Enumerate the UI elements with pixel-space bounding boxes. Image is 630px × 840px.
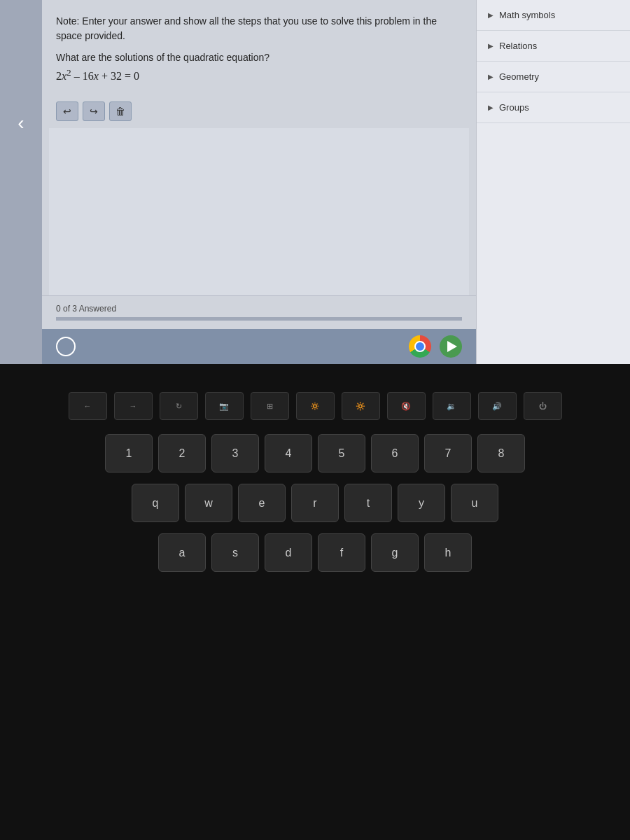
sidebar-item-relations[interactable]: ▶ Relations [477, 31, 630, 62]
function-key-row: ← → ↻ 📷 ⊞ 🔅 🔆 🔇 🔉 🔊 ⏻ [14, 385, 616, 427]
bottom-right-icons [409, 335, 462, 358]
question-text: What are the solutions of the quadratic … [56, 52, 462, 63]
key-u[interactable]: u [451, 484, 498, 522]
func-key-refresh[interactable]: ↻ [160, 392, 198, 420]
key-e[interactable]: e [238, 484, 286, 522]
key-w[interactable]: w [185, 484, 232, 522]
left-panel: ‹ [0, 0, 42, 364]
groups-arrow-icon: ▶ [488, 104, 493, 111]
back-arrow-icon[interactable]: ‹ [18, 112, 24, 134]
key-f[interactable]: f [318, 533, 365, 572]
key-g[interactable]: g [371, 533, 419, 572]
chrome-icon[interactable] [409, 335, 431, 358]
right-sidebar: ▶ Math symbols ▶ Relations ▶ Geometry ▶ … [476, 0, 630, 364]
sidebar-item-geometry[interactable]: ▶ Geometry [477, 62, 630, 92]
status-bar: 0 of 3 Answered [42, 295, 476, 329]
keyboard-rows: ← → ↻ 📷 ⊞ 🔅 🔆 🔇 🔉 🔊 ⏻ 1 2 3 4 5 6 7 8 q … [0, 364, 630, 604]
key-r[interactable]: r [291, 484, 339, 522]
key-t[interactable]: t [344, 484, 392, 522]
answered-status: 0 of 3 Answered [56, 304, 116, 314]
undo-button[interactable]: ↩ [56, 102, 78, 121]
note-section: Note: Enter your answer and show all the… [42, 0, 476, 102]
func-key-vol-down[interactable]: 🔉 [433, 392, 471, 420]
func-key-capture[interactable]: 📷 [205, 392, 244, 420]
sidebar-item-math-symbols[interactable]: ▶ Math symbols [477, 0, 630, 31]
math-symbols-arrow-icon: ▶ [488, 11, 493, 19]
key-8[interactable]: 8 [477, 434, 525, 472]
keyboard-area: ← → ↻ 📷 ⊞ 🔅 🔆 🔇 🔉 🔊 ⏻ 1 2 3 4 5 6 7 8 q … [0, 364, 630, 840]
progress-bar-container [56, 317, 462, 321]
key-3[interactable]: 3 [211, 434, 259, 472]
func-key-back[interactable]: ← [69, 392, 107, 420]
key-d[interactable]: d [265, 533, 312, 572]
qwerty-key-row: q w e r t y u [14, 484, 616, 522]
key-5[interactable]: 5 [318, 434, 365, 472]
key-a[interactable]: a [158, 533, 206, 572]
number-key-row: 1 2 3 4 5 6 7 8 [14, 434, 616, 472]
func-key-mute[interactable]: 🔇 [387, 392, 426, 420]
key-1[interactable]: 1 [105, 434, 153, 472]
key-7[interactable]: 7 [424, 434, 472, 472]
geometry-label: Geometry [499, 71, 539, 82]
key-6[interactable]: 6 [371, 434, 419, 472]
delete-button[interactable]: 🗑 [109, 102, 132, 121]
sidebar-item-groups[interactable]: ▶ Groups [477, 92, 630, 123]
bottom-toolbar [42, 329, 476, 364]
geometry-arrow-icon: ▶ [488, 73, 493, 80]
key-s[interactable]: s [211, 533, 259, 572]
note-text: Note: Enter your answer and show all the… [56, 14, 462, 43]
editor-toolbar: ↩ ↪ 🗑 [42, 102, 476, 128]
play-button[interactable] [440, 335, 462, 358]
asdf-key-row: a s d f g h [14, 533, 616, 572]
func-key-vol-up[interactable]: 🔊 [478, 392, 517, 420]
circle-left-button[interactable] [56, 337, 76, 356]
func-key-bright-down[interactable]: 🔅 [296, 392, 335, 420]
equation-display: 2x2 – 16x + 32 = 0 [56, 67, 462, 83]
func-key-fwd[interactable]: → [114, 392, 153, 420]
groups-label: Groups [499, 102, 529, 113]
func-key-bright-up[interactable]: 🔆 [342, 392, 380, 420]
key-4[interactable]: 4 [265, 434, 312, 472]
key-y[interactable]: y [398, 484, 445, 522]
func-key-power[interactable]: ⏻ [524, 392, 562, 420]
center-panel: Note: Enter your answer and show all the… [42, 0, 476, 364]
key-2[interactable]: 2 [158, 434, 206, 472]
play-triangle-icon [447, 341, 457, 352]
redo-button[interactable]: ↪ [83, 102, 105, 121]
func-key-windows[interactable]: ⊞ [251, 392, 289, 420]
relations-arrow-icon: ▶ [488, 42, 493, 50]
relations-label: Relations [499, 41, 537, 51]
key-h[interactable]: h [424, 533, 472, 572]
writing-area[interactable] [49, 128, 469, 295]
key-q[interactable]: q [132, 484, 179, 522]
math-symbols-label: Math symbols [499, 10, 555, 20]
